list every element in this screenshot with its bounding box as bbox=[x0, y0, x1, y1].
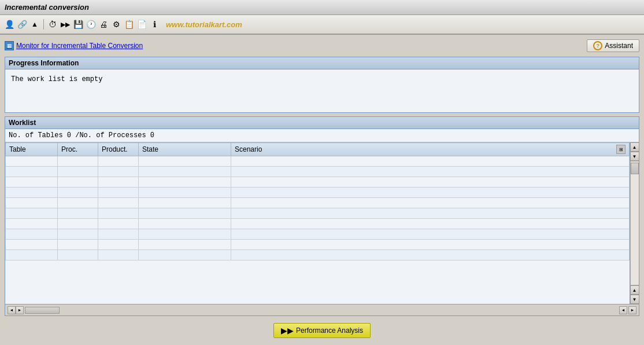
user-icon[interactable]: 👤 bbox=[3, 19, 15, 30]
scroll-down-button[interactable]: ▼ bbox=[630, 152, 639, 161]
watermark: www.tutorialkart.com bbox=[166, 20, 242, 29]
app-title: Incremental conversion bbox=[5, 3, 89, 12]
worklist-header: Worklist bbox=[5, 117, 639, 129]
col-product: Product. bbox=[98, 143, 139, 156]
horizontal-scrollbar-row: ◄ ► ◄ ► bbox=[5, 304, 639, 315]
table-row bbox=[6, 240, 630, 250]
col-state: State bbox=[139, 143, 231, 156]
scroll-far-left-button[interactable]: ◄ bbox=[619, 306, 627, 314]
table-row bbox=[6, 177, 630, 188]
table-row bbox=[6, 156, 630, 167]
time-icon[interactable]: 🕐 bbox=[85, 19, 97, 30]
scenario-label: Scenario bbox=[235, 145, 262, 153]
assistant-icon: ? bbox=[593, 41, 602, 50]
performance-btn-label: Performance Analysis bbox=[296, 326, 363, 335]
table-row bbox=[6, 229, 630, 240]
assistant-button[interactable]: ? Assistant bbox=[587, 39, 639, 52]
performance-btn-arrows: ▶▶ bbox=[281, 326, 294, 335]
main-content: ▦ Monitor for Incremental Table Conversi… bbox=[0, 35, 644, 345]
column-settings-icon[interactable]: ⊞ bbox=[616, 145, 626, 154]
worklist-table: Table Proc. Product. State Scenario ⊞ bbox=[5, 142, 630, 260]
table-row bbox=[6, 188, 630, 198]
table-row bbox=[6, 219, 630, 229]
performance-analysis-button[interactable]: ▶▶ Performance Analysis bbox=[273, 323, 371, 338]
table-row bbox=[6, 208, 630, 219]
table-row bbox=[6, 167, 630, 177]
clock-icon[interactable]: ⏱ bbox=[47, 19, 58, 30]
clipboard-icon[interactable]: 📋 bbox=[123, 19, 135, 30]
col-table: Table bbox=[6, 143, 58, 156]
link-icon[interactable]: 🔗 bbox=[16, 19, 28, 30]
monitor-link[interactable]: ▦ Monitor for Incremental Table Conversi… bbox=[5, 41, 143, 50]
scroll-bottom-up-button[interactable]: ▲ bbox=[630, 285, 639, 295]
scroll-left-button[interactable]: ◄ bbox=[8, 306, 16, 314]
up-icon[interactable]: ▲ bbox=[29, 19, 40, 30]
scroll-right-button[interactable]: ► bbox=[16, 306, 24, 314]
h-scrollbar-thumb[interactable] bbox=[25, 307, 60, 314]
worklist-table-container: Table Proc. Product. State Scenario ⊞ bbox=[5, 142, 639, 304]
toolbar: 👤 🔗 ▲ ⏱ ▶▶ 💾 🕐 🖨 ⚙ 📋 📄 ℹ www.tutorialkar… bbox=[0, 15, 644, 35]
save-icon[interactable]: 💾 bbox=[72, 19, 84, 30]
worklist-panel: Worklist No. of Tables 0 /No. of Process… bbox=[5, 116, 639, 316]
scrollbar-thumb[interactable] bbox=[631, 163, 639, 174]
info-icon[interactable]: ℹ bbox=[149, 19, 160, 30]
table-row bbox=[6, 198, 630, 208]
menu-row: ▦ Monitor for Incremental Table Conversi… bbox=[5, 38, 639, 53]
scrollbar-track[interactable] bbox=[630, 161, 639, 285]
progress-message: The work list is empty bbox=[9, 73, 635, 86]
action-area: ▶▶ Performance Analysis bbox=[5, 320, 639, 342]
progress-panel: Progress Information The work list is em… bbox=[5, 57, 639, 113]
progress-body: The work list is empty bbox=[5, 69, 639, 112]
title-bar: Incremental conversion bbox=[0, 0, 644, 15]
scroll-bottom-down-button[interactable]: ▼ bbox=[630, 295, 639, 304]
scroll-far-right-button[interactable]: ► bbox=[628, 306, 636, 314]
print-icon[interactable]: 🖨 bbox=[98, 19, 109, 30]
progress-header: Progress Information bbox=[5, 57, 639, 69]
monitor-link-text[interactable]: Monitor for Incremental Table Conversion bbox=[16, 42, 143, 50]
document-icon[interactable]: 📄 bbox=[136, 19, 147, 30]
col-scenario: Scenario ⊞ bbox=[231, 143, 630, 156]
assistant-label: Assistant bbox=[605, 42, 633, 50]
vertical-scrollbar[interactable]: ▲ ▼ ▲ ▼ bbox=[630, 142, 639, 304]
worklist-table-scroll[interactable]: Table Proc. Product. State Scenario ⊞ bbox=[5, 142, 630, 304]
settings-icon[interactable]: ⚙ bbox=[110, 19, 122, 30]
h-scroll-right-buttons: ◄ ► bbox=[619, 306, 636, 314]
col-proc: Proc. bbox=[58, 143, 98, 156]
scroll-up-button[interactable]: ▲ bbox=[630, 142, 639, 152]
separator-1 bbox=[43, 19, 44, 30]
monitor-icon: ▦ bbox=[5, 41, 14, 50]
worklist-info: No. of Tables 0 /No. of Processes 0 bbox=[5, 129, 639, 142]
table-row bbox=[6, 250, 630, 260]
fast-forward-icon[interactable]: ▶▶ bbox=[60, 19, 71, 30]
